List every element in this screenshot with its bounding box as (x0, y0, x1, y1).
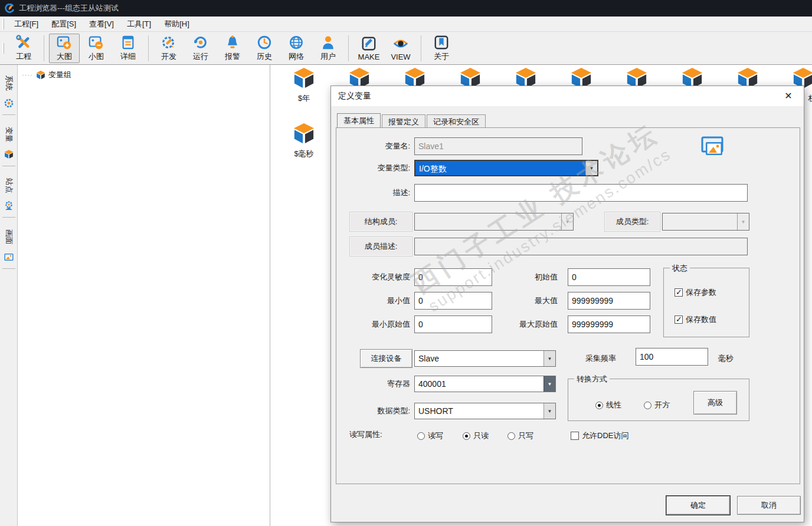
variable-cube-icon[interactable] (291, 67, 317, 89)
sqrt-label: 开方 (654, 400, 670, 410)
toolbar-button-detail[interactable]: 详细 (113, 34, 143, 63)
chevron-down-icon: ▼ (737, 213, 749, 230)
save-values-checkbox-row[interactable]: 保存数值 (675, 314, 716, 325)
toolbar-button-large-icons[interactable]: 大图 (49, 34, 80, 63)
dde-checkbox-row[interactable]: 允许DDE访问 (571, 430, 628, 441)
toolbar-button-run[interactable]: 运行 (185, 34, 216, 63)
device-value: Slave (415, 351, 543, 366)
chevron-down-icon[interactable]: ▼ (543, 403, 555, 419)
picture-icon (4, 252, 14, 262)
toolbar-button-network[interactable]: 网络 (281, 34, 312, 63)
save-params-checkbox-row[interactable]: 保存参数 (675, 287, 716, 298)
toolbar-button-label: 报警 (225, 51, 240, 62)
toolbar-button-small-icons[interactable]: 小图 (81, 34, 112, 63)
chevron-down-icon[interactable]: ▼ (585, 161, 597, 175)
toolbar-button-about[interactable]: 关于 (426, 34, 457, 63)
write-only-radio-row[interactable]: 只写 (508, 430, 533, 441)
sidebar-tab-label: 系统 (0, 75, 19, 91)
make-icon (361, 35, 377, 52)
toolbar-separator (421, 35, 421, 61)
sidebar-tab-pictures[interactable]: 画面 (0, 219, 17, 270)
linear-radio-row[interactable]: 线性 (595, 400, 621, 410)
toolbar-button-make[interactable]: MAKE (353, 34, 384, 63)
variable-item-label-clipped[interactable]: 权 (806, 93, 812, 104)
toolbar-button-develop[interactable]: 开发 (153, 34, 184, 63)
struct-member-combobox: ▼ (414, 213, 574, 231)
sensitivity-input[interactable] (414, 268, 492, 286)
variable-item-label[interactable]: $年 (291, 93, 317, 104)
tree-item-variable-group[interactable]: ···· 变量组 (18, 65, 270, 80)
write-only-radio[interactable] (508, 432, 515, 440)
sidebar-tab-variables[interactable]: 变量 (0, 116, 17, 167)
freq-input[interactable] (636, 348, 708, 366)
toolbar-button-label: 用户 (320, 51, 336, 62)
station-icon (4, 200, 14, 211)
member-type-label: 成员类型: (604, 212, 660, 232)
dde-checkbox[interactable] (571, 432, 579, 440)
menu-tools[interactable]: 工具[T] (120, 17, 158, 31)
image-button[interactable] (699, 136, 726, 159)
variable-item-label[interactable]: $毫秒 (284, 149, 323, 159)
toolbar-button-user[interactable]: 用户 (313, 34, 343, 63)
save-values-checkbox[interactable] (675, 315, 683, 324)
toolbar-button-project[interactable]: 工程 (8, 34, 39, 63)
min-raw-input[interactable] (414, 315, 492, 333)
close-icon[interactable]: ✕ (781, 89, 795, 103)
menu-view[interactable]: 查看[V] (83, 17, 120, 31)
member-type-value (663, 213, 737, 230)
menu-project[interactable]: 工程[F] (8, 17, 45, 31)
sqrt-radio-row[interactable]: 开方 (644, 400, 670, 410)
tab-record-security[interactable]: 记录和安全区 (427, 114, 486, 127)
toolbar-button-view[interactable]: VIEW (385, 34, 416, 63)
register-combobox[interactable]: 400001 ▼ (414, 376, 556, 392)
var-name-input[interactable] (414, 137, 582, 155)
convert-groupbox: 转换方式 线性 开方 高级 (568, 379, 749, 421)
sidebar-separator (2, 114, 15, 115)
read-write-radio-row[interactable]: 读写 (417, 430, 443, 441)
menu-help[interactable]: 帮助[H] (158, 17, 196, 31)
toolbar-button-label: 开发 (161, 51, 176, 62)
read-only-radio-row[interactable]: 只读 (463, 430, 489, 441)
ok-button[interactable]: 确定 (666, 496, 730, 515)
freq-label: 采集频率 (542, 350, 616, 367)
menu-config[interactable]: 配置[S] (45, 17, 83, 31)
chevron-down-icon[interactable]: ▼ (543, 376, 555, 392)
max-raw-input[interactable] (568, 315, 650, 333)
linear-radio[interactable] (595, 402, 603, 409)
cancel-button[interactable]: 取消 (737, 496, 801, 515)
toolbar-button-label: VIEW (391, 52, 410, 61)
toolbar-button-alarm[interactable]: 报警 (217, 34, 248, 63)
device-combobox[interactable]: Slave ▼ (414, 350, 556, 367)
tab-basic-properties[interactable]: 基本属性 (337, 113, 381, 127)
register-value: 400001 (415, 376, 543, 392)
tree-item-label: 变量组 (48, 70, 71, 80)
description-input[interactable] (414, 184, 748, 202)
sidebar-separator (2, 217, 15, 218)
sidebar-tab-system[interactable]: 系统 (0, 65, 17, 116)
toolbar-button-history[interactable]: 历史 (249, 34, 280, 63)
toolbar-button-label: 关于 (434, 51, 449, 62)
sidebar-tab-stations[interactable]: 站点 (0, 167, 17, 219)
advanced-button[interactable]: 高级 (693, 391, 737, 415)
connect-device-button[interactable]: 连接设备 (360, 349, 412, 368)
data-type-combobox[interactable]: USHORT ▼ (414, 403, 556, 419)
picture-large-icon (56, 34, 73, 51)
variable-cube-icon[interactable] (291, 122, 317, 144)
develop-icon (161, 34, 177, 51)
toolbar-separator (348, 35, 349, 61)
network-icon (288, 34, 304, 51)
toolbar-grip (2, 43, 4, 54)
min-value-input[interactable] (414, 292, 492, 310)
tab-alarm-definition[interactable]: 报警定义 (382, 114, 425, 127)
write-only-label: 只写 (518, 430, 533, 441)
read-only-radio[interactable] (463, 432, 470, 440)
freq-unit-label: 毫秒 (718, 350, 742, 367)
read-write-label: 读写 (428, 430, 443, 441)
init-value-input[interactable] (568, 268, 650, 286)
sqrt-radio[interactable] (644, 402, 651, 409)
toolbar-separator (44, 35, 44, 61)
save-params-checkbox[interactable] (675, 288, 683, 297)
var-type-combobox[interactable]: I/O整数 ▼ (414, 160, 598, 176)
read-write-radio[interactable] (417, 432, 425, 440)
max-value-input[interactable] (568, 292, 650, 310)
